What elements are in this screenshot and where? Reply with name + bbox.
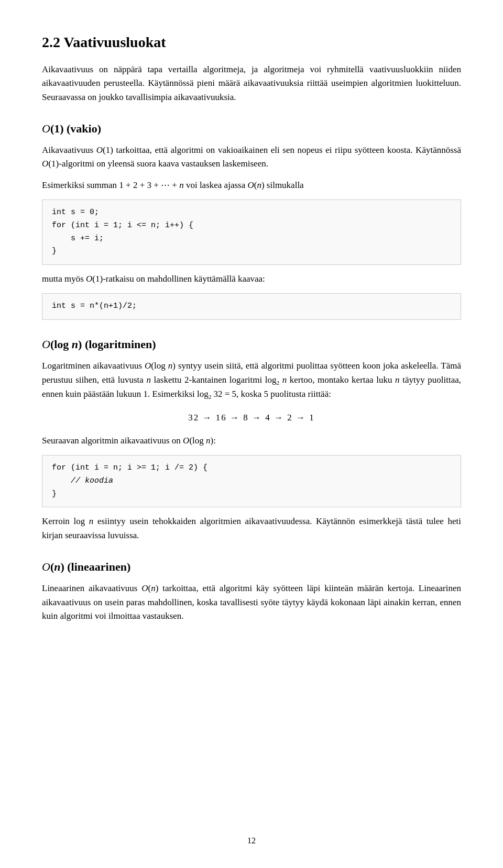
o1-para3: mutta myös O(1)-ratkaisu on mahdollinen … (42, 272, 461, 286)
subsection-title-o1: O(1) (vakio) (42, 120, 461, 137)
on-para1: Lineaarinen aikavaativuus O(n) tarkoitta… (42, 582, 461, 623)
o1-para2: Esimerkiksi summan 1 + 2 + 3 + ⋯ + n voi… (42, 179, 461, 192)
subsection-title-on: O(n) (lineaarinen) (42, 558, 461, 575)
math-sequence-ologn: 32 → 16 → 8 → 4 → 2 → 1 (42, 411, 461, 425)
code-block-o1-loop: int s = 0; for (int i = 1; i <= n; i++) … (42, 199, 461, 265)
ologn-para3: Kerroin log n esiintyy usein tehokkaiden… (42, 515, 461, 542)
subsection-o1: O(1) (vakio) Aikavaativuus O(1) tarkoitt… (42, 120, 461, 320)
ologn-para2: Seuraavan algoritmin aikavaativuus on O(… (42, 434, 461, 448)
code-block-o1-formula: int s = n*(n+1)/2; (42, 293, 461, 320)
o1-para1: Aikavaativuus O(1) tarkoittaa, että algo… (42, 143, 461, 171)
intro-paragraph: Aikavaativuus on näppärä tapa vertailla … (42, 63, 461, 104)
subsection-title-ologn: O(log n) (logaritminen) (42, 336, 461, 353)
ologn-para1: Logaritminen aikavaativuus O(log n) synt… (42, 359, 461, 402)
code-block-ologn: for (int i = n; i >= 1; i /= 2) { // koo… (42, 455, 461, 507)
section-title: 2.2 Vaativuusluokat (42, 31, 461, 53)
subsection-on: O(n) (lineaarinen) Lineaarinen aikavaati… (42, 558, 461, 623)
subsection-ologn: O(log n) (logaritminen) Logaritminen aik… (42, 336, 461, 542)
page: 2.2 Vaativuusluokat Aikavaativuus on näp… (0, 0, 503, 868)
page-number: 12 (247, 834, 256, 847)
